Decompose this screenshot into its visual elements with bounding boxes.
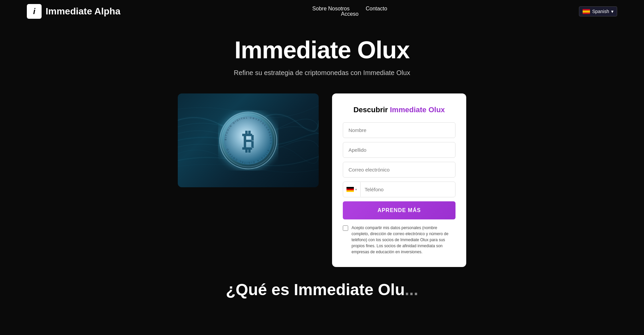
hero-subtitle: Refine su estrategia de criptomonedas co… [7, 69, 637, 77]
phone-row: ▾ [343, 182, 455, 197]
nav-link-acceso[interactable]: Acceso [341, 11, 358, 17]
svg-rect-1 [583, 10, 590, 13]
bottom-section-title: ¿Qué es Immediate Olu... [148, 280, 496, 299]
bitcoin-coin-icon: ₿ BITCOIN DIGITAL CRYPTOCURRENCY · BITCO… [218, 110, 278, 171]
submit-button[interactable]: APRENDE MÁS [343, 201, 455, 219]
nav-menu: Sobre Nosotros Contacto Acceso [312, 6, 387, 17]
svg-rect-11 [346, 189, 354, 190]
svg-rect-12 [346, 190, 354, 192]
hero-section: Immediate Olux Refine su estrategia de c… [0, 23, 644, 77]
language-label: Spanish [592, 9, 609, 14]
flag-germany-icon [346, 187, 354, 192]
brand-logo-icon: i [27, 4, 42, 19]
nombre-input[interactable] [343, 122, 455, 138]
bitcoin-image: ₿ BITCOIN DIGITAL CRYPTOCURRENCY · BITCO… [178, 93, 319, 187]
language-selector[interactable]: Spanish ▾ [579, 6, 617, 16]
phone-flag-selector[interactable]: ▾ [343, 182, 361, 197]
brand-name: Immediate Alpha [46, 6, 120, 17]
svg-rect-3 [583, 12, 590, 13]
flag-spain-icon [583, 9, 590, 14]
svg-rect-10 [346, 187, 354, 189]
svg-text:₿: ₿ [242, 128, 254, 155]
form-card: Descubrir Immediate Olux ▾ APRENDE MÁS A… [332, 93, 466, 267]
nav-links-row2: Acceso [341, 11, 358, 17]
consent-row: Acepto compartir mis datos personales (n… [343, 225, 455, 255]
main-content: ₿ BITCOIN DIGITAL CRYPTOCURRENCY · BITCO… [121, 93, 523, 267]
nav-language: Spanish ▾ [579, 6, 617, 16]
telefono-input[interactable] [361, 182, 455, 197]
consent-text: Acepto compartir mis datos personales (n… [352, 225, 455, 255]
nav-brand: i Immediate Alpha [27, 4, 120, 19]
nav-link-contacto[interactable]: Contacto [366, 6, 387, 12]
hero-title: Immediate Olux [7, 36, 637, 64]
consent-checkbox[interactable] [343, 225, 348, 231]
chevron-down-icon: ▾ [611, 9, 613, 14]
bottom-section: ¿Qué es Immediate Olu... [121, 267, 523, 299]
navbar: i Immediate Alpha Sobre Nosotros Contact… [0, 0, 644, 23]
svg-rect-2 [583, 10, 590, 10]
chevron-down-phone-icon: ▾ [355, 188, 357, 191]
form-title: Descubrir Immediate Olux [343, 106, 455, 114]
apellido-input[interactable] [343, 142, 455, 158]
email-input[interactable] [343, 162, 455, 178]
